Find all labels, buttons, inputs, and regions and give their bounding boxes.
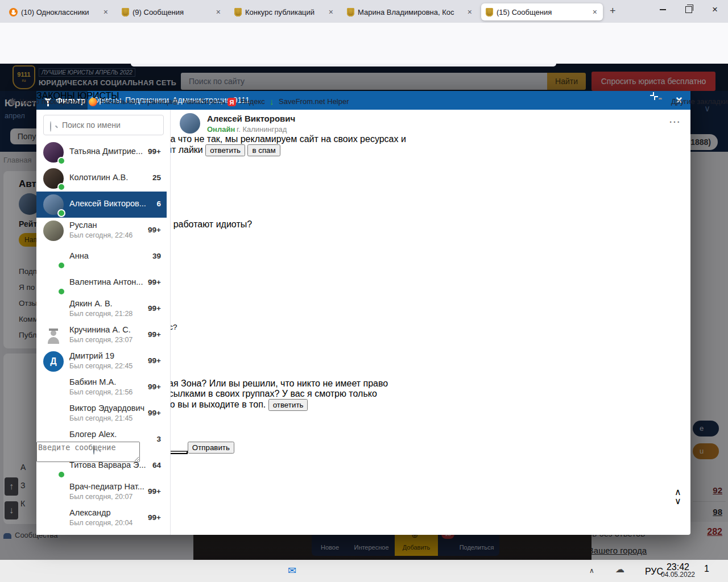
unread-badge: 99+ bbox=[148, 356, 161, 365]
tab-close-icon[interactable]: × bbox=[215, 7, 222, 16]
new-tab-button[interactable]: + bbox=[610, 5, 616, 17]
window-restore-button[interactable] bbox=[676, 0, 702, 19]
contact-row[interactable]: Руслан Был сегодня, 22:46 99+ bbox=[36, 218, 167, 244]
contact-name: Александр bbox=[69, 508, 111, 517]
yandex-icon: Я bbox=[228, 98, 236, 106]
chat-contact-name[interactable]: Алексей Викторович bbox=[207, 114, 295, 123]
unread-badge: 99+ bbox=[148, 513, 161, 522]
chat-menu-icon[interactable]: ⋯ bbox=[669, 115, 680, 128]
bookmark-savefrom[interactable]: SaveFrom.net Helper bbox=[279, 97, 349, 106]
contact-row[interactable]: Врач-педиатр Нат... Был сегодня, 20:07 9… bbox=[36, 479, 167, 505]
restore-icon bbox=[685, 6, 692, 13]
start-page-icon bbox=[89, 98, 97, 106]
globe-icon: ⊕ bbox=[172, 97, 179, 107]
unread-badge: 39 bbox=[152, 252, 161, 260]
browser-tab-bar: (10) Одноклассники × (9) Сообщения × Кон… bbox=[0, 0, 728, 23]
contact-name: Колотилин А.В. bbox=[69, 173, 128, 182]
online-dot bbox=[57, 288, 65, 296]
last-seen: Был сегодня, 21:28 bbox=[69, 310, 133, 318]
reply-button[interactable]: ответить bbox=[205, 144, 245, 156]
online-dot bbox=[57, 183, 65, 191]
contact-name: Дякин А. В. bbox=[69, 299, 113, 308]
avatar-letter: Д bbox=[43, 351, 64, 372]
scroll-down-icon[interactable]: ∨ bbox=[675, 496, 681, 506]
tab-title: Марина Владимировна, Кос bbox=[358, 8, 463, 16]
contact-row[interactable]: Александр Был сегодня, 20:04 99+ bbox=[36, 505, 167, 531]
last-seen: Был сегодня, 20:07 bbox=[69, 493, 133, 501]
contact-name: Татьяна Дмитрие... bbox=[69, 147, 143, 156]
tab-close-icon[interactable]: × bbox=[328, 7, 334, 16]
message-input[interactable] bbox=[36, 442, 140, 462]
contact-row[interactable]: Анна 39 bbox=[36, 244, 167, 270]
window-close-button[interactable]: × bbox=[702, 0, 728, 19]
other-bookmarks[interactable]: Другие закладки bbox=[671, 97, 728, 106]
contact-row[interactable]: Валентина Антон... 99+ bbox=[36, 270, 167, 296]
contact-name: Валентина Антон... bbox=[69, 277, 143, 286]
unread-badge: 99+ bbox=[148, 383, 161, 391]
unread-badge: 99+ bbox=[148, 278, 161, 286]
unread-badge: 6 bbox=[156, 199, 161, 208]
contact-row[interactable]: Колотилин А.В. 25 bbox=[36, 165, 167, 192]
reply-button[interactable]: ответить bbox=[268, 399, 308, 411]
shield-favicon-icon bbox=[122, 8, 129, 16]
contact-name: Виктор Эдуардович bbox=[69, 404, 144, 413]
shield-favicon-icon bbox=[234, 8, 242, 16]
avatar bbox=[43, 482, 64, 502]
tab-marina[interactable]: Марина Владимировна, Кос × bbox=[342, 3, 478, 20]
contact-name: Руслан bbox=[69, 221, 97, 230]
tab-close-icon[interactable]: × bbox=[466, 7, 473, 16]
tab-messages-15-active[interactable]: (15) Сообщения × bbox=[481, 3, 603, 20]
last-seen: Был сегодня, 22:45 bbox=[69, 362, 133, 370]
online-dot bbox=[57, 261, 65, 269]
messenger-modal: Фильтр Юристы Подписчики Администрация 9… bbox=[36, 91, 690, 535]
spam-button[interactable]: в спам bbox=[247, 144, 280, 156]
notification-center-icon[interactable]: 1 bbox=[704, 564, 709, 574]
tab-messages-9[interactable]: (9) Сообщения × bbox=[117, 3, 226, 20]
tray-expand-icon[interactable]: ∧ bbox=[589, 567, 594, 575]
contact-name: Врач-педиатр Нат... bbox=[69, 482, 144, 491]
minimize-icon bbox=[660, 9, 666, 10]
last-seen: Был сегодня, 21:56 bbox=[69, 388, 133, 396]
contact-row[interactable]: Виктор Эдуардович Был сегодня, 21:45 99+ bbox=[36, 401, 167, 427]
contact-name: Блогер Alex. bbox=[69, 430, 117, 439]
bookmark-yandex[interactable]: Яндекс bbox=[240, 97, 265, 106]
gear-icon bbox=[10, 99, 15, 104]
notification-badge: 1 bbox=[704, 564, 709, 573]
avatar bbox=[43, 508, 64, 529]
window-minimize-button[interactable] bbox=[650, 0, 676, 19]
contact-row[interactable]: Татьяна Дмитрие... 99+ bbox=[36, 139, 167, 165]
shield-favicon-icon bbox=[486, 8, 493, 16]
tab-odnoklassniki[interactable]: (10) Одноклассники × bbox=[5, 3, 114, 20]
contact-row[interactable]: Дякин А. В. Был сегодня, 21:28 99+ bbox=[36, 296, 167, 322]
contact-row[interactable]: Кручинина А. С. Был сегодня, 23:07 99+ bbox=[36, 322, 167, 348]
bookmark-often-visited[interactable]: Часто посещаемые bbox=[19, 97, 86, 106]
tab-title: (15) Сообщения bbox=[497, 8, 588, 16]
contact-row-selected[interactable]: Алексей Викторов... 6 bbox=[36, 192, 167, 218]
contact-row[interactable]: Бабкин М.А. Был сегодня, 21:56 99+ bbox=[36, 375, 167, 401]
tab-contest[interactable]: Конкурс публикаций × bbox=[230, 3, 339, 20]
unread-badge: 99+ bbox=[148, 330, 161, 339]
chat-avatar[interactable] bbox=[180, 113, 200, 134]
tab-title: (10) Одноклассники bbox=[21, 8, 99, 16]
unread-badge: 99+ bbox=[148, 304, 161, 313]
close-icon: × bbox=[712, 4, 718, 15]
tab-close-icon[interactable]: × bbox=[102, 7, 109, 16]
tab-close-icon[interactable]: × bbox=[592, 7, 598, 16]
avatar bbox=[43, 299, 64, 319]
send-button[interactable]: Отправить bbox=[188, 442, 234, 454]
online-dot bbox=[57, 157, 65, 165]
search-icon bbox=[50, 121, 51, 132]
bookmark-avia[interactable]: Авиабилеты bbox=[183, 97, 225, 106]
contact-row[interactable]: Д Дмитрий 19 Был сегодня, 22:45 99+ bbox=[36, 348, 167, 375]
bookmark-start-page[interactable]: Начальная страница bbox=[101, 97, 172, 106]
contact-search-input[interactable] bbox=[43, 115, 164, 135]
bookmarks-bar: Часто посещаемые Начальная страница ⊕ Ав… bbox=[0, 47, 728, 64]
onedrive-icon[interactable]: ☁ bbox=[615, 564, 624, 575]
mail-app-icon[interactable]: ✉ bbox=[288, 564, 296, 577]
last-seen: Был сегодня, 23:07 bbox=[69, 336, 133, 344]
contact-name: Дмитрий 19 bbox=[69, 351, 114, 360]
tab-title: (9) Сообщения bbox=[133, 8, 212, 16]
unread-badge: 99+ bbox=[148, 226, 161, 234]
shield-favicon-icon bbox=[347, 8, 354, 16]
clock-date[interactable]: 04.05.2022 bbox=[655, 571, 701, 579]
